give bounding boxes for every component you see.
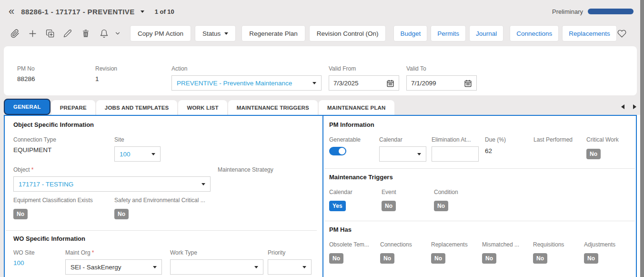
back-icon[interactable]: « <box>9 6 14 17</box>
tab-scroll-arrows <box>621 104 636 109</box>
record-dropdown-icon[interactable] <box>141 10 144 13</box>
connections-link-button[interactable]: Connections <box>510 25 559 41</box>
budget-label: Budget <box>400 30 421 37</box>
action-select[interactable]: PREVENTIVE - Preventive Maintenance <box>171 75 322 91</box>
tab-scroll-left-icon[interactable] <box>621 104 624 109</box>
pm-has-connections-field: Connections No <box>380 241 412 264</box>
journal-link-button[interactable]: Journal <box>469 25 503 41</box>
pm-has-adjustments-badge: No <box>584 253 598 264</box>
chevron-down-icon <box>151 153 155 155</box>
trigger-condition-badge: No <box>434 201 448 211</box>
pm-has-requisitions-field: Requisitions No <box>533 241 564 264</box>
top-bar: « 88286-1 - 171717 - PREVENTIVE 1 of 10 … <box>0 0 640 23</box>
revision-label: Revision <box>95 65 117 72</box>
edit-icon[interactable] <box>60 25 76 41</box>
add-icon[interactable] <box>24 25 40 41</box>
tab-work-list-label: WORK LIST <box>187 105 218 111</box>
safety-critical-badge: No <box>114 209 129 219</box>
elimination-at-field: Elimination At... <box>432 136 479 162</box>
chevron-down-icon <box>312 82 316 84</box>
last-performed-field: Last Performed <box>533 136 573 146</box>
connection-type-field: Connection Type EQUIPMENT <box>13 136 56 154</box>
pm-calendar-label: Calendar <box>379 136 426 143</box>
valid-from-input[interactable]: 7/3/2025 <box>329 75 399 91</box>
valid-to-input[interactable]: 7/1/2099 <box>406 75 477 91</box>
valid-to-label: Valid To <box>406 65 477 72</box>
maint-org-select[interactable]: SEI - SaskEnergy <box>65 259 162 275</box>
status-area: Preliminary <box>552 8 634 15</box>
budget-link-button[interactable]: Budget <box>393 25 427 41</box>
generatable-field: Generatable <box>329 136 361 155</box>
notifications-chevron-icon[interactable] <box>112 25 123 41</box>
pm-has-replacements-label: Replacements <box>431 241 468 248</box>
work-type-select[interactable] <box>170 259 263 275</box>
tab-prepare-label: PREPARE <box>60 105 87 111</box>
section-title-wo-info: WO Specific Information <box>13 235 85 242</box>
critical-work-field: Critical Work No <box>586 136 619 159</box>
pm-no-value: 88286 <box>17 75 35 82</box>
tab-maintenance-plan[interactable]: MAINTENANCE PLAN <box>319 100 394 115</box>
trigger-event-label: Event <box>382 189 396 195</box>
maintenance-strategy-label: Maintenance Strategy <box>218 166 273 173</box>
tab-prepare[interactable]: PREPARE <box>51 100 95 115</box>
replacements-label: Replacements <box>569 30 610 37</box>
tab-maintenance-triggers[interactable]: MAINTENANCE TRIGGERS <box>228 100 318 115</box>
pm-no-field: PM No 88286 <box>17 65 35 82</box>
tab-maint-triggers-label: MAINTENANCE TRIGGERS <box>237 105 309 111</box>
chevron-down-icon <box>224 32 228 35</box>
wo-site-value[interactable]: 100 <box>13 259 35 267</box>
pm-has-obsolete-field: Obsolete Tem... No <box>329 241 369 264</box>
wo-site-field: WO Site 100 <box>13 249 35 267</box>
priority-label: Priority <box>268 249 312 256</box>
regenerate-plan-button[interactable]: Regenerate Plan <box>242 25 305 41</box>
critical-work-label: Critical Work <box>586 136 619 143</box>
notifications-icon[interactable] <box>96 25 112 41</box>
priority-select[interactable] <box>268 259 312 275</box>
required-asterisk: * <box>31 166 34 173</box>
object-select[interactable]: 171717 - TESTING <box>13 176 211 192</box>
vertical-scrollbar-track[interactable] <box>640 0 644 277</box>
site-select[interactable]: 100 <box>114 146 161 162</box>
copy-pm-action-label: Copy PM Action <box>138 30 183 37</box>
calendar-icon[interactable] <box>386 79 394 87</box>
trigger-condition-label: Condition <box>434 189 458 195</box>
generatable-toggle[interactable] <box>329 147 346 155</box>
trigger-condition-field: Condition No <box>434 189 458 211</box>
valid-to-value: 7/1/2099 <box>411 80 464 87</box>
maint-org-label: Maint Org* <box>65 249 162 256</box>
connection-type-label: Connection Type <box>13 136 56 143</box>
toolbar: Copy PM Action Status Regenerate Plan Re… <box>0 23 640 44</box>
safety-critical-field: Safety and Environmental Critical ... No <box>114 197 205 219</box>
tab-jobs-and-templates[interactable]: JOBS AND TEMPLATES <box>96 100 178 115</box>
tab-general[interactable]: GENERAL <box>4 99 50 115</box>
tab-work-list[interactable]: WORK LIST <box>178 100 227 115</box>
section-divider <box>324 221 635 221</box>
calendar-icon[interactable] <box>464 79 472 87</box>
copy-pm-action-button[interactable]: Copy PM Action <box>130 25 191 41</box>
section-title-object-info: Object Specific Information <box>13 121 94 128</box>
trigger-event-field: Event No <box>382 189 396 211</box>
favorite-heart-icon[interactable] <box>614 25 630 41</box>
maint-org-field: Maint Org* SEI - SaskEnergy <box>65 249 162 275</box>
status-button[interactable]: Status <box>195 25 236 41</box>
revision-control-button[interactable]: Revision Control (On) <box>309 25 386 41</box>
section-title-pm-info: PM Information <box>329 121 374 128</box>
vertical-scrollbar-thumb[interactable] <box>640 0 644 277</box>
pm-has-requisitions-badge: No <box>533 253 547 264</box>
valid-from-value: 7/3/2025 <box>333 80 386 87</box>
section-title-pm-has: PM Has <box>329 226 352 233</box>
object-specific-panel: Object Specific Information Connection T… <box>4 116 318 277</box>
section-divider <box>6 230 317 231</box>
permits-link-button[interactable]: Permits <box>431 25 466 41</box>
pm-has-obsolete-badge: No <box>329 253 343 264</box>
required-asterisk: * <box>92 249 94 256</box>
attachment-icon[interactable] <box>7 25 23 41</box>
replacements-link-button[interactable]: Replacements <box>562 25 616 41</box>
tab-scroll-right-icon[interactable] <box>633 104 636 109</box>
record-pager: 1 of 10 <box>155 8 174 15</box>
elimination-at-label: Elimination At... <box>432 136 479 143</box>
duplicate-icon[interactable] <box>42 25 58 41</box>
delete-icon[interactable] <box>78 25 94 41</box>
pm-calendar-select[interactable] <box>379 146 426 162</box>
elimination-at-input[interactable] <box>432 146 479 162</box>
